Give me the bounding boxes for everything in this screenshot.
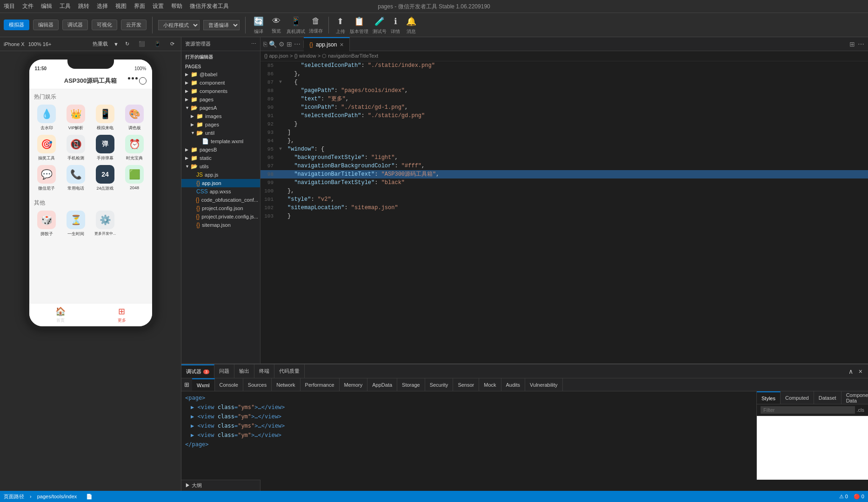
menu-item-tools[interactable]: 工具 — [60, 2, 71, 10]
list-item[interactable]: 💬 微信尼子 — [34, 165, 60, 192]
cleancache-btn[interactable]: 🗑 — [309, 15, 322, 27]
menu-item-file[interactable]: 文件 — [22, 2, 33, 10]
layout-icon[interactable]: ⊞ — [287, 40, 292, 48]
list-item[interactable]: 弹 手持弹幕 — [93, 135, 118, 161]
menu-item-select[interactable]: 选择 — [97, 2, 108, 10]
tree-item-pages2[interactable]: ▶ 📁 pages — [181, 120, 260, 129]
menu-item-project[interactable]: 项目 — [4, 2, 15, 10]
fold-btn-87[interactable]: ▼ — [277, 78, 284, 86]
tree-item-pagesA[interactable]: ▼ 📂 pagesA — [181, 104, 260, 112]
devtools-sub-tab-storage[interactable]: Storage — [397, 378, 425, 391]
tree-item-appjson[interactable]: {} app.json — [181, 179, 260, 187]
tree-item-utils[interactable]: ▼ 📂 utils — [181, 162, 260, 171]
devtools-sub-tab-memory[interactable]: Memory — [340, 378, 368, 391]
tree-item-projectprivate[interactable]: {} project.private.config.js... — [181, 212, 260, 221]
versionmgr-btn[interactable]: 📋 — [352, 15, 367, 27]
message-btn[interactable]: 🔔 — [404, 15, 419, 27]
tree-item-appwxss[interactable]: CSS app.wxss — [181, 187, 260, 196]
list-item[interactable]: ⚙️ 更多开发中... — [93, 211, 118, 237]
tree-item-static[interactable]: ▶ 📁 static — [181, 154, 260, 162]
simulator-phone-btn[interactable]: 📱 — [152, 40, 164, 48]
list-item[interactable]: 🎲 掷骰子 — [34, 211, 60, 237]
devtools-sub-tab-audits[interactable]: Audits — [501, 378, 526, 391]
simulator-stop-btn[interactable]: ⬛ — [136, 40, 148, 48]
tree-item-components[interactable]: ▶ 📁 components — [181, 87, 260, 95]
menu-item-view[interactable]: 视图 — [115, 2, 127, 10]
toolbar-debug-btn[interactable]: 调试器 — [62, 20, 88, 30]
list-item[interactable]: 💧 去水印 — [34, 105, 60, 131]
toolbar-editor-btn[interactable]: 编辑器 — [33, 20, 59, 30]
simulator-rotate-btn[interactable]: ⟳ — [167, 40, 177, 48]
realdev-btn[interactable]: 📱 — [288, 15, 303, 27]
expand-icon[interactable]: ⊞ — [849, 40, 855, 48]
list-item[interactable]: 🎯 抽奖工具 — [34, 135, 60, 161]
devtools-sub-tab-sensor[interactable]: Sensor — [453, 378, 479, 391]
tree-item-pages[interactable]: ▶ 📁 pages — [181, 95, 260, 104]
list-item[interactable]: 👑 VIP解析 — [63, 105, 89, 131]
filetree-menu-btn[interactable]: ⋯ — [251, 41, 256, 47]
devtools-sub-tab-network[interactable]: Network — [272, 378, 300, 391]
toolbar-visual-btn[interactable]: 可视化 — [92, 20, 117, 30]
tree-item-codeobf[interactable]: {} code_obfuscation_conf... — [181, 196, 260, 204]
hotreload-label[interactable]: 热重载 — [93, 40, 108, 47]
devtools-tab-codequality[interactable]: 代码质量 — [274, 364, 305, 378]
menu-item-jump[interactable]: 跳转 — [78, 2, 89, 10]
menu-item-edit[interactable]: 编辑 — [41, 2, 52, 10]
list-item[interactable]: 🎨 调色板 — [122, 105, 147, 131]
search-icon[interactable]: 🔍 — [269, 40, 277, 48]
devtools-sub-tab-sources[interactable]: Sources — [260, 378, 272, 391]
tab-appjson[interactable]: {} app.json × — [304, 37, 350, 51]
tree-item-babel[interactable]: ▶ 📁 @babel — [181, 70, 260, 79]
menu-item-interface[interactable]: 界面 — [134, 2, 145, 10]
list-item[interactable]: ⏳ 一生时间 — [63, 211, 89, 237]
list-item[interactable]: ⏰ 时光宝典 — [122, 135, 147, 161]
upload-btn[interactable]: ⬆ — [334, 15, 346, 27]
simulator-refresh-btn[interactable]: ↻ — [122, 40, 132, 48]
menu-item-wechat[interactable]: 微信开发者工具 — [190, 2, 229, 10]
devtools-close-btn[interactable]: × — [857, 367, 864, 376]
tree-item-until[interactable]: ▼ 📂 until — [181, 129, 260, 137]
test-btn[interactable]: 🧪 — [372, 15, 387, 27]
list-item[interactable]: 📞 常用电话 — [63, 165, 89, 192]
styles-tab-styles[interactable]: Styles — [757, 391, 781, 404]
styles-filter-input[interactable] — [761, 406, 855, 414]
devtools-sub-tab-performance[interactable]: Performance — [300, 378, 340, 391]
filetree-pages-root[interactable]: PAGES — [181, 61, 260, 70]
tree-item-template-wxml[interactable]: 📄 template.wxml — [181, 137, 260, 145]
settings-icon[interactable]: ⚙ — [279, 40, 285, 48]
devtools-sub-tab-mock[interactable]: Mock — [479, 378, 501, 391]
devtools-sub-tab-security[interactable]: Security — [425, 378, 454, 391]
styles-tab-componentdata[interactable]: Component Data — [841, 391, 868, 404]
list-item[interactable]: 📱 模拟来电 — [93, 105, 118, 131]
styles-tab-computed[interactable]: Computed — [781, 391, 814, 404]
tree-item-appjs[interactable]: JS app.js — [181, 171, 260, 179]
devtools-collapse-btn[interactable]: ∧ — [847, 367, 855, 376]
devtools-sub-tab-appdata[interactable]: AppData — [367, 378, 397, 391]
split-icon[interactable]: ⎘ — [263, 40, 267, 48]
mode-select[interactable]: 小程序模式 — [158, 20, 200, 30]
toolbar-simulator-btn[interactable]: 模拟器 — [4, 20, 29, 30]
toolbar-cloud-btn[interactable]: 云开发 — [121, 20, 147, 30]
menu-item-help[interactable]: 帮助 — [171, 2, 182, 10]
overflow-icon[interactable]: ⋯ — [858, 40, 864, 48]
filetree-open-editors[interactable]: 打开的编辑器 — [181, 51, 260, 61]
list-item[interactable]: 24 24点游戏 — [93, 165, 118, 192]
phone-tab-more[interactable]: ⊞ 更多 — [118, 306, 126, 324]
tree-item-pagesB[interactable]: ▶ 📁 pagesB — [181, 145, 260, 154]
tree-item-images[interactable]: ▶ 📁 images — [181, 112, 260, 120]
list-item[interactable]: 📵 手机检测 — [63, 135, 89, 161]
tab-close-btn[interactable]: × — [340, 41, 343, 48]
devtools-sub-tab-vulnerability[interactable]: Vulnerability — [525, 378, 563, 391]
compile-btn[interactable]: 🔄 — [251, 15, 266, 27]
compile-select[interactable]: 普通编译 — [203, 20, 240, 30]
fold-btn-95[interactable]: ▼ — [277, 145, 284, 153]
menu-item-settings[interactable]: 设置 — [153, 2, 164, 10]
devtools-tab-terminal[interactable]: 终端 — [260, 364, 274, 378]
styles-tab-dataset[interactable]: Dataset — [814, 391, 841, 404]
filetree-outline[interactable]: ▶ 大纲 — [181, 480, 260, 491]
tree-item-projectconfig[interactable]: {} project.config.json — [181, 204, 260, 212]
phone-tab-home[interactable]: 🏠 首页 — [55, 306, 66, 324]
detail-btn[interactable]: ℹ — [392, 15, 400, 27]
preview-btn[interactable]: 👁 — [270, 15, 283, 27]
tree-item-sitemap[interactable]: {} sitemap.json — [181, 221, 260, 229]
